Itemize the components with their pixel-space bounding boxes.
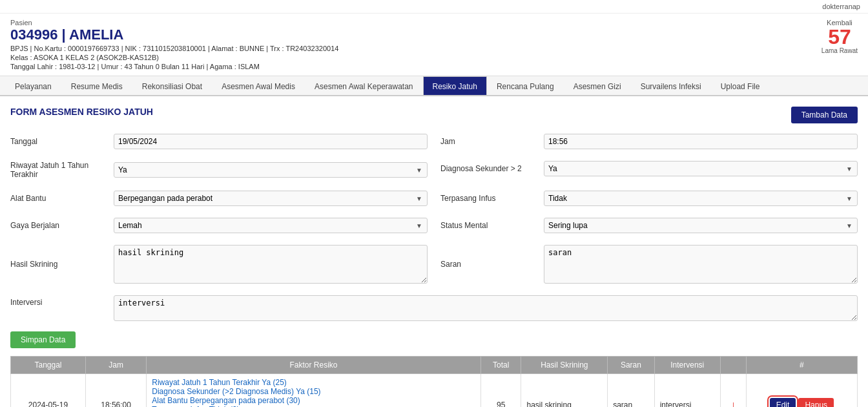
col-header: Tanggal (11, 357, 86, 374)
patient-label: Pasien (10, 19, 338, 26)
cell-arrow: ↓ (720, 374, 746, 408)
kembali-number: 57 (822, 26, 858, 47)
interversi-textarea[interactable]: interversi (114, 295, 858, 321)
table-header: TanggalJamFaktor ResikoTotalHasil Skrini… (11, 357, 858, 374)
tab-survailens-infeksi[interactable]: Survailens Infeksi (631, 76, 711, 96)
saran-textarea[interactable]: saran (544, 245, 858, 284)
simpan-data-button[interactable]: Simpan Data (10, 331, 76, 348)
col-header: # (746, 357, 857, 374)
tab-resiko-jatuh[interactable]: Resiko Jatuh (423, 76, 487, 96)
terpasang-select[interactable]: Tidak Ya (544, 191, 858, 206)
cell-hasil: hasil skrining (521, 374, 608, 408)
jam-row: Jam (440, 134, 858, 149)
tab-asesmen-awal-keperawatan[interactable]: Asesmen Awal Keperawatan (305, 76, 423, 96)
tab-rencana-pulang[interactable]: Rencana Pulang (487, 76, 564, 96)
username-label: dokterranap (822, 3, 860, 10)
saran-label: Saran (440, 260, 544, 269)
header-row: Tambah Data FORM ASESMEN RESIKO JATUH (10, 107, 858, 129)
patient-kelas: Kelas : ASOKA 1 KELAS 2 (ASOK2B-KAS12B) (10, 54, 338, 61)
alat-label: Alat Bantu (10, 194, 114, 203)
form-title: FORM ASESMEN RESIKO JATUH (10, 107, 858, 117)
hasil-label: Hasil Skrining (10, 260, 114, 269)
lama-rawat-label: Lama Rawat (822, 47, 858, 54)
cell-actions: EditHapus (746, 374, 857, 408)
data-table: TanggalJamFaktor ResikoTotalHasil Skrini… (10, 356, 858, 407)
patient-header: Pasien 034996 | AMELIA BPJS | No.Kartu :… (0, 14, 868, 76)
tab-pelayanan[interactable]: Pelayanan (5, 76, 61, 96)
tambah-data-button[interactable]: Tambah Data (791, 107, 858, 123)
col-header: Saran (608, 357, 655, 374)
cell-tanggal: 2024-05-19 (11, 374, 86, 408)
cell-jam: 18:56:00 (85, 374, 146, 408)
cell-total: 95 (480, 374, 521, 408)
tanggal-row: Tanggal (10, 134, 428, 149)
cell-faktor: Riwayat Jatuh 1 Tahun Terakhir Ya (25)Di… (147, 374, 481, 408)
top-bar: dokterranap (0, 0, 868, 14)
tanggal-label: Tanggal (10, 137, 114, 146)
patient-bpjs: BPJS | No.Kartu : 0000197669733 | NIK : … (10, 45, 338, 52)
header-row: TanggalJamFaktor ResikoTotalHasil Skrini… (11, 357, 858, 374)
edit-button[interactable]: Edit (770, 398, 796, 407)
riwayat-select[interactable]: Ya Tidak (114, 162, 428, 178)
col-header (720, 357, 746, 374)
jam-input[interactable] (544, 134, 858, 149)
interversi-row: Interversi interversi (10, 295, 858, 321)
col-header: Hasil Skrining (521, 357, 608, 374)
jam-col: Jam (440, 134, 858, 154)
cell-intervensi: interversi (654, 374, 720, 408)
tab-resume-medis[interactable]: Resume Medis (61, 76, 132, 96)
terpasang-label: Terpasang Infus (440, 194, 544, 203)
faktor-item: Diagnosa Sekunder (>2 Diagnosa Medis) Ya… (152, 387, 475, 396)
patient-name: 034996 | AMELIA (10, 26, 338, 43)
hasil-saran-row: Hasil Skrining hasil skrining Saran sara… (10, 245, 858, 289)
cell-saran: saran (608, 374, 655, 408)
tab-upload-file[interactable]: Upload File (711, 76, 770, 96)
riwayat-label: Riwayat Jatuh 1 Tahun Terakhir (10, 161, 114, 179)
patient-tanggal: Tanggal Lahir : 1981-03-12 | Umur : 43 T… (10, 63, 338, 70)
tab-rekonsiliasi-obat[interactable]: Rekonsiliasi Obat (132, 76, 212, 96)
col-header: Intervensi (654, 357, 720, 374)
riwayat-select-wrapper: Ya Tidak (114, 162, 428, 178)
tab-asesmen-awal-medis[interactable]: Asesmen Awal Medis (212, 76, 305, 96)
tanggal-col: Tanggal (10, 134, 428, 154)
kembali-box: Kembali 57 Lama Rawat (822, 19, 858, 54)
tab-asesmen-gizi[interactable]: Asesmen Gizi (564, 76, 631, 96)
main-content: Tambah Data FORM ASESMEN RESIKO JATUH Ta… (0, 96, 868, 407)
tanggal-input[interactable] (114, 134, 428, 149)
gaya-select[interactable]: Lemah Normal (114, 218, 428, 233)
riwayat-diagnosa-row: Riwayat Jatuh 1 Tahun Terakhir Ya Tidak … (10, 161, 858, 184)
col-header: Jam (85, 357, 146, 374)
diagnosa-select-wrapper: Ya Tidak (544, 161, 858, 176)
gaya-status-row: Gaya Berjalan Lemah Normal Status Mental… (10, 218, 858, 238)
arrow-down-icon: ↓ (730, 398, 736, 408)
jam-label: Jam (440, 137, 544, 146)
hasil-textarea[interactable]: hasil skrining (114, 245, 428, 284)
gaya-label: Gaya Berjalan (10, 221, 114, 230)
hapus-button[interactable]: Hapus (798, 398, 834, 407)
patient-info: Pasien 034996 | AMELIA BPJS | No.Kartu :… (10, 19, 338, 70)
alat-terpasang-row: Alat Bantu Berpegangan pada perabot Tong… (10, 191, 858, 211)
gaya-select-wrapper: Lemah Normal (114, 218, 428, 233)
interversi-label: Interversi (10, 295, 114, 307)
diagnosa-label: Diagnosa Sekunder > 2 (440, 164, 544, 173)
table-body: 2024-05-1918:56:00Riwayat Jatuh 1 Tahun … (11, 374, 858, 408)
col-header: Total (480, 357, 521, 374)
faktor-item: Riwayat Jatuh 1 Tahun Terakhir Ya (25) (152, 378, 475, 387)
faktor-item: Alat Bantu Berpegangan pada perabot (30) (152, 396, 475, 405)
terpasang-select-wrapper: Tidak Ya (544, 191, 858, 206)
table-row: 2024-05-1918:56:00Riwayat Jatuh 1 Tahun … (11, 374, 858, 408)
status-label: Status Mental (440, 221, 544, 230)
status-select[interactable]: Sering lupa Normal (544, 218, 858, 233)
col-header: Faktor Resiko (147, 357, 481, 374)
alat-select[interactable]: Berpegangan pada perabot Tongkat Tidak a… (114, 191, 428, 206)
status-select-wrapper: Sering lupa Normal (544, 218, 858, 233)
tanggal-jam-row: Tanggal Jam (10, 134, 858, 154)
alat-select-wrapper: Berpegangan pada perabot Tongkat Tidak a… (114, 191, 428, 206)
diagnosa-select[interactable]: Ya Tidak (544, 161, 858, 176)
tab-bar: PelayananResume MedisRekonsiliasi ObatAs… (0, 76, 868, 96)
